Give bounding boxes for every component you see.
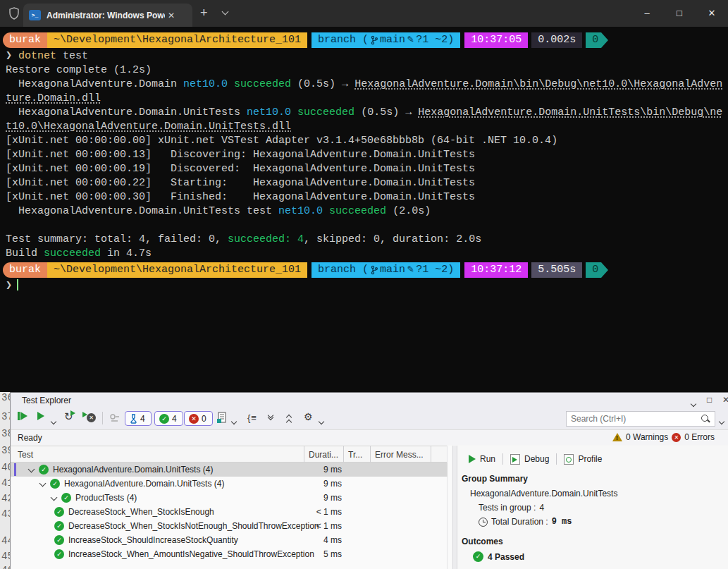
test-passed-icon: ✓ (54, 549, 64, 559)
line-number: 40 (1, 462, 10, 473)
test-passed-icon: ✓ (54, 521, 64, 531)
expand-chevron-icon[interactable] (39, 480, 47, 487)
expand-chevron-icon[interactable] (51, 494, 58, 501)
tests-in-group-label: Tests in group : (479, 503, 536, 513)
minimize-button[interactable]: – (631, 0, 663, 27)
test-duration: 9 ms (309, 491, 342, 505)
warnings-errors-group[interactable]: ! 0 Warnings ✕ 0 Errors (612, 432, 715, 442)
test-name: DecreaseStock_When_StockIsEnough (68, 505, 214, 519)
group-summary-title: Group Summary (462, 474, 728, 484)
branch-name: main (380, 262, 405, 278)
test-tree-row[interactable]: ✓ ProductTests (4) 9 ms (11, 491, 448, 505)
group-by-icon[interactable]: {≡ (247, 412, 257, 423)
column-header-traits[interactable]: Tr... (348, 450, 362, 460)
profile-selected-button[interactable]: Profile (557, 454, 609, 465)
error-icon: ✕ (672, 433, 681, 442)
test-duration: 4 ms (309, 533, 342, 547)
test-name: IncreaseStock_When_AmountIsNegative_Shou… (68, 547, 314, 561)
test-name: IncreaseStock_ShouldIncreaseStockQuantit… (68, 533, 238, 547)
terminal-window: >_ Administrator: Windows Powe ✕ + – □ ✕… (0, 0, 728, 392)
terminal-titlebar: >_ Administrator: Windows Powe ✕ + – □ ✕ (0, 0, 728, 27)
settings-dropdown-icon[interactable] (319, 416, 323, 426)
test-tree-row[interactable]: ✓ HexagonalAdventure.Domain.UnitTests (4… (11, 477, 448, 491)
repeat-last-run-button[interactable]: ↻ (64, 410, 78, 423)
column-header-duration[interactable]: Durati... (309, 450, 338, 460)
line-number: 44 (1, 535, 10, 546)
line-number: 38 (1, 428, 10, 439)
column-header-error-message[interactable]: Error Mess... (375, 450, 424, 460)
test-tree-row[interactable]: ✓ DecreaseStock_When_StockIsNotEnough_Sh… (11, 519, 448, 533)
playlist-dropdown-icon[interactable] (232, 416, 236, 426)
terminal-output[interactable]: burak ~\Development\HexagonalArchitectur… (0, 27, 728, 293)
window-close-icon[interactable]: ✕ (722, 395, 728, 405)
prompt-exit-status: 0 (586, 32, 601, 48)
test-explorer-window: Test Explorer □ ✕ ↻ ✕ 4 ✓ 4 ✕ 0 {≡ ⚙ (10, 392, 728, 569)
test-explorer-titlebar[interactable]: Test Explorer □ ✕ (11, 393, 728, 408)
run-button[interactable] (37, 412, 44, 422)
tab-dropdown-icon[interactable] (222, 8, 229, 16)
prompt-symbol: ❯ (6, 280, 12, 292)
passed-icon: ✓ (473, 551, 483, 562)
failed-tests-filter-chip[interactable]: ✕ 0 (184, 411, 213, 426)
column-divider[interactable] (343, 446, 344, 463)
passed-icon: ✓ (159, 414, 169, 424)
playlist-button[interactable] (216, 412, 227, 426)
column-divider[interactable] (304, 446, 304, 463)
window-maximize-icon[interactable]: □ (707, 395, 712, 405)
column-header-test[interactable]: Test (18, 450, 33, 460)
output-test-result: HexagonalAdventure.Domain.UnitTests test… (6, 204, 728, 219)
search-icon[interactable] (701, 414, 710, 424)
xunit-line: [xUnit.net 00:00:00.19] Discovered: Hexa… (6, 162, 728, 176)
panel-splitter[interactable] (452, 446, 457, 569)
run-selected-button[interactable]: Run (462, 454, 502, 464)
settings-gear-icon[interactable]: ⚙ (304, 411, 313, 422)
window-position-chevron-icon[interactable] (691, 398, 696, 408)
total-tests-filter-chip[interactable]: 4 (125, 411, 152, 426)
test-tree-row[interactable]: ✓ DecreaseStock_When_StockIsEnough < 1 m… (11, 505, 448, 519)
test-name: HexagonalAdventure.Domain.UnitTests (4) (53, 463, 213, 477)
output-test-summary: Test summary: total: 4, failed: 0, succe… (6, 233, 728, 247)
command-line: ❯ dotnet test (6, 49, 728, 63)
test-passed-icon: ✓ (54, 535, 64, 545)
tab-close-icon[interactable]: ✕ (168, 11, 175, 20)
output-restore: Restore complete (1.2s) (6, 63, 728, 78)
cursor-line[interactable]: ❯ (6, 279, 728, 293)
test-tree-row[interactable]: ✓ IncreaseStock_ShouldIncreaseStockQuant… (11, 533, 448, 547)
run-dropdown-icon[interactable] (51, 416, 56, 426)
debug-selected-button[interactable]: Debug (503, 454, 556, 465)
warning-icon: ! (612, 433, 622, 441)
cancel-run-button[interactable]: ✕ (82, 412, 98, 424)
column-divider[interactable] (431, 446, 431, 463)
test-explorer-statusbar: Ready ! 0 Warnings ✕ 0 Errors (11, 429, 728, 445)
close-button[interactable]: ✕ (696, 0, 728, 27)
branch-status: ?1 ~2) (416, 262, 454, 278)
output-build-domain: HexagonalAdventure.Domain net10.0 succee… (6, 78, 728, 106)
outcome-passed[interactable]: ✓4 Passed (473, 551, 728, 562)
prompt-arrow-cap (601, 32, 608, 48)
search-input[interactable] (567, 414, 701, 424)
grid-header: Test Durati... Tr... Error Mess... (11, 446, 448, 463)
terminal-tab[interactable]: >_ Administrator: Windows Powe ✕ (23, 4, 192, 27)
command-program: dotnet (18, 50, 56, 62)
search-options-chevron-icon[interactable] (720, 416, 724, 426)
run-all-tests-button[interactable] (18, 412, 27, 422)
collapse-all-icon[interactable] (287, 415, 291, 425)
line-number: 39 (1, 445, 10, 456)
branch-prefix: branch ( (318, 32, 369, 48)
maximize-button[interactable]: □ (663, 0, 696, 27)
prompt-line-1: burak ~\Development\HexagonalArchitectur… (3, 32, 728, 48)
expand-chevron-icon[interactable] (28, 466, 35, 473)
prompt-symbol: ❯ (6, 50, 12, 62)
new-tab-button[interactable]: + (200, 6, 208, 20)
line-number: 37 (1, 411, 10, 422)
xunit-line: [xUnit.net 00:00:00.30] Finished: Hexago… (6, 190, 728, 204)
line-number: 45 (1, 551, 10, 562)
passed-tests-filter-chip[interactable]: ✓ 4 (154, 411, 183, 426)
test-tree-row[interactable]: ✓ HexagonalAdventure.Domain.UnitTests (4… (11, 463, 448, 477)
test-duration: < 1 ms (309, 519, 342, 533)
debug-icon (510, 454, 520, 465)
expand-all-icon[interactable] (269, 413, 273, 417)
test-tree-row[interactable]: ✓ IncreaseStock_When_AmountIsNegative_Sh… (11, 547, 448, 561)
column-divider[interactable] (370, 446, 371, 463)
branch-name: main (380, 32, 405, 48)
